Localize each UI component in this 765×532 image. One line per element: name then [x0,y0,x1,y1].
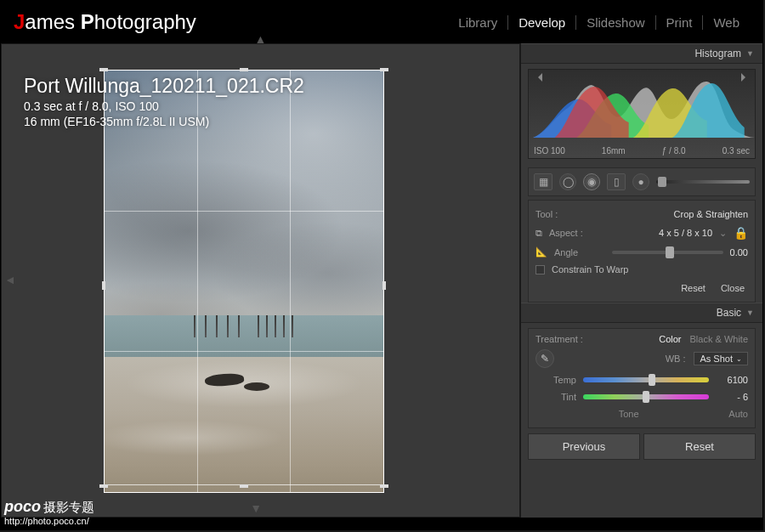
wb-label: WB : [666,354,686,364]
histogram[interactable]: ISO 100 16mm ƒ / 8.0 0.3 sec [528,69,756,159]
crop-panel: Tool : Crop & Straighten ⧉ Aspect : 4 x … [528,200,756,303]
tool-label: Tool : [536,209,586,219]
aspect-lock-icon[interactable]: 🔒 [734,226,748,240]
basic-panel: Treatment : Color Black & White ✎ WB : A… [528,328,756,428]
histogram-header[interactable]: Histogram▼ [521,43,762,64]
identity-plate: James Photography [14,10,448,34]
crop-grid-line [290,71,291,492]
crop-handle[interactable] [99,68,108,71]
aspect-label: Aspect : [549,228,600,238]
crop-handle[interactable] [102,281,105,290]
crop-handle[interactable] [240,68,248,71]
filename-label: Port Willunga_120211_021.CR2 [24,75,304,98]
crop-close-button[interactable]: Close [721,283,745,293]
redeye-tool-icon[interactable]: ◉ [583,173,600,190]
crop-tool-icon[interactable]: ▦ [534,173,552,190]
temp-value[interactable]: 6100 [716,375,748,385]
crop-handle[interactable] [99,484,108,488]
treatment-bw[interactable]: Black & White [690,334,748,344]
info-overlay: Port Willunga_120211_021.CR2 0.3 sec at … [24,75,304,128]
tool-name: Crop & Straighten [674,209,748,219]
shadow-clip-icon[interactable] [534,73,542,82]
highlight-clip-icon[interactable] [741,73,750,82]
previous-button[interactable]: Previous [528,433,640,460]
auto-tone-button[interactable]: Auto [728,409,748,419]
poco-watermark: poco 摄影专题 http://photo.poco.cn/ [4,498,94,526]
module-develop[interactable]: Develop [508,15,576,30]
tone-label: Tone [619,409,639,419]
module-slideshow[interactable]: Slideshow [576,15,655,30]
tool-strip: ▦ ◯ ◉ ▯ ● [528,167,756,196]
angle-label: Angle [554,247,605,258]
aspect-value[interactable]: 4 x 5 / 8 x 10 [659,228,712,238]
basic-header[interactable]: Basic▼ [521,303,762,323]
constrain-warp-label: Constrain To Warp [552,264,628,274]
angle-slider[interactable] [612,251,723,254]
module-picker: Library Develop Slideshow Print Web [448,15,750,30]
wb-preset-select[interactable]: As Shot⌄ [694,352,748,365]
crop-frame-icon[interactable]: ⧉ [536,228,542,239]
module-web[interactable]: Web [703,15,750,30]
tint-label: Tint [536,392,576,402]
angle-value: 0.00 [730,247,748,258]
tint-slider[interactable] [583,394,709,399]
reset-button[interactable]: Reset [643,433,756,460]
tint-value[interactable]: - 6 [716,392,748,402]
crop-handle[interactable] [382,281,386,290]
wb-dropper-icon[interactable]: ✎ [536,349,554,368]
collapse-bottom-icon[interactable]: ▼ [250,501,262,515]
module-library[interactable]: Library [448,15,508,30]
collapse-top-icon[interactable]: ▲ [255,32,267,46]
crop-grid-line [105,351,383,352]
brush-size-slider[interactable] [656,180,750,184]
histogram-metadata: ISO 100 16mm ƒ / 8.0 0.3 sec [534,146,750,156]
exposure-label: 0.3 sec at f / 8.0, ISO 100 [24,99,304,113]
treatment-color[interactable]: Color [659,334,681,344]
image-preview[interactable] [104,70,384,493]
crop-reset-button[interactable]: Reset [681,283,706,293]
main-canvas: ▲ ▲ ▼ Port Willunga_120211_021.CR2 0.3 s… [1,43,520,518]
gradient-tool-icon[interactable]: ▯ [607,173,626,190]
crop-handle[interactable] [380,484,388,488]
constrain-warp-checkbox[interactable] [536,265,545,274]
crop-grid-line [197,71,198,492]
develop-right-panel: Histogram▼ ISO 100 16mm ƒ / 8.0 0.3 [520,43,762,518]
temp-slider[interactable] [583,377,709,382]
crop-handle[interactable] [240,484,248,488]
identity-plate-bar: James Photography Library Develop Slides… [1,1,762,43]
temp-label: Temp [536,375,576,385]
crop-grid-line [105,211,383,212]
collapse-left-icon[interactable]: ▲ [3,274,16,286]
spot-tool-icon[interactable]: ◯ [559,173,576,190]
module-print[interactable]: Print [656,15,704,30]
straighten-icon[interactable]: 📐 [536,246,547,258]
brush-tool-icon[interactable]: ● [632,173,649,190]
crop-handle[interactable] [380,68,388,71]
lens-label: 16 mm (EF16-35mm f/2.8L II USM) [24,115,304,128]
treatment-label: Treatment : [536,334,583,344]
